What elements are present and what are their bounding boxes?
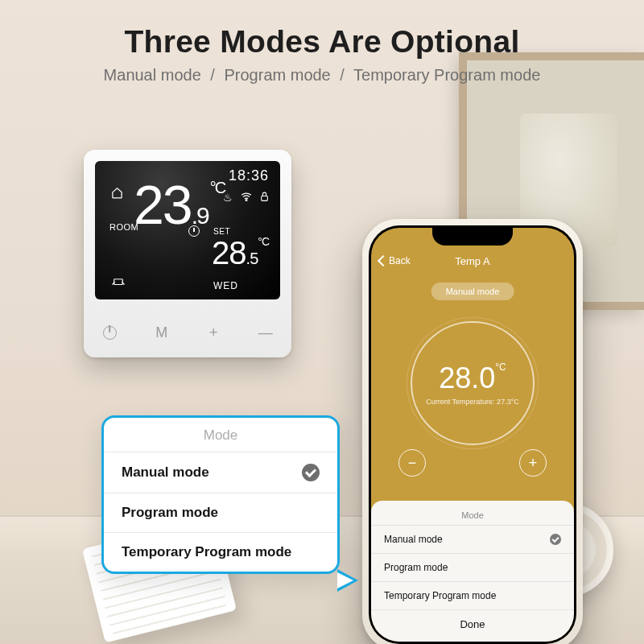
callout-option-label: Temporary Program mode: [122, 544, 291, 560]
away-icon: [111, 275, 126, 287]
room-temp-int: 23: [134, 174, 192, 235]
check-icon: [550, 534, 561, 545]
flame-icon: ♨: [223, 192, 233, 204]
power-icon: [103, 326, 117, 340]
status-icons: ♨: [223, 192, 269, 204]
callout-option-program[interactable]: Program mode: [104, 493, 337, 532]
sheet-option-label: Program mode: [384, 562, 448, 573]
current-temp-label: Current Temperature: 27.3°C: [426, 398, 519, 406]
sheet-option-temporary[interactable]: Temporary Program mode: [371, 581, 574, 609]
subtitle-mode-3: Temporary Program mode: [353, 66, 540, 84]
svg-rect-0: [114, 279, 123, 285]
increase-button[interactable]: +: [519, 449, 547, 477]
phone-mockup: Back Temp A Manual mode 28.0°C Current T…: [362, 219, 583, 644]
decrease-button[interactable]: −: [398, 449, 426, 477]
callout-option-label: Manual mode: [122, 464, 209, 481]
sheet-option-manual[interactable]: Manual mode: [371, 525, 574, 553]
callout-option-manual[interactable]: Manual mode: [104, 452, 337, 493]
set-temp-int: 28: [212, 235, 246, 270]
schedule-icon: [188, 225, 200, 237]
set-temperature: 28.5°C: [212, 235, 269, 271]
sheet-option-label: Manual mode: [384, 534, 443, 545]
subtitle-mode-2: Program mode: [224, 66, 330, 84]
callout-pointer-icon: [337, 569, 358, 592]
page-title: Three Modes Are Optional: [0, 24, 644, 60]
mode-pill[interactable]: Manual mode: [431, 283, 514, 300]
dial-unit: °C: [495, 361, 506, 373]
phone-screen: Back Temp A Manual mode 28.0°C Current T…: [371, 228, 574, 642]
minus-button[interactable]: —: [240, 308, 292, 357]
phone-notch: [432, 228, 513, 246]
set-temp-dec: .5: [246, 250, 258, 267]
callout-option-label: Program mode: [122, 505, 218, 521]
clock-time: 18:36: [229, 167, 269, 184]
mode-callout: Mode Manual mode Program mode Temporary …: [101, 415, 340, 574]
separator: /: [340, 66, 345, 84]
product-scene: Three Modes Are Optional Manual mode / P…: [0, 0, 644, 644]
phone-bezel: Back Temp A Manual mode 28.0°C Current T…: [369, 225, 576, 644]
set-temp-unit: °C: [258, 235, 269, 248]
app-title: Temp A: [371, 255, 574, 267]
thermostat-buttons: M + —: [84, 308, 291, 357]
mode-sheet: Mode Manual mode Program mode Temporary …: [371, 501, 574, 642]
lock-icon: [260, 192, 269, 204]
room-temperature: 23.9°C: [134, 180, 225, 229]
sheet-title: Mode: [371, 510, 574, 520]
temperature-dial[interactable]: 28.0°C Current Temperature: 27.3°C: [411, 321, 535, 445]
sheet-option-program[interactable]: Program mode: [371, 553, 574, 581]
power-button[interactable]: [84, 308, 136, 357]
done-button[interactable]: Done: [371, 609, 574, 642]
mode-button[interactable]: M: [136, 308, 188, 357]
dial-temp: 28.0: [439, 361, 495, 394]
sheet-option-label: Temporary Program mode: [384, 590, 496, 601]
dial-readout: 28.0°C Current Temperature: 27.3°C: [412, 323, 533, 444]
thermostat-device: 18:36 ROOM 23.9°C ♨ SET 28.5°C WED: [84, 150, 291, 357]
svg-point-1: [246, 200, 247, 201]
check-icon: [302, 464, 320, 481]
separator: /: [210, 66, 215, 84]
plus-button[interactable]: +: [188, 308, 240, 357]
home-icon: [111, 187, 123, 199]
callout-title: Mode: [104, 418, 337, 452]
heading-block: Three Modes Are Optional Manual mode / P…: [0, 24, 644, 85]
svg-rect-2: [262, 196, 268, 200]
weekday: WED: [213, 280, 238, 291]
wifi-icon: [241, 192, 252, 204]
thermostat-screen: 18:36 ROOM 23.9°C ♨ SET 28.5°C WED: [95, 161, 280, 299]
subtitle-mode-1: Manual mode: [104, 66, 201, 84]
callout-option-temporary[interactable]: Temporary Program mode: [104, 532, 337, 572]
app-navbar: Back Temp A: [371, 249, 574, 273]
subtitle: Manual mode / Program mode / Temporary P…: [0, 66, 644, 85]
